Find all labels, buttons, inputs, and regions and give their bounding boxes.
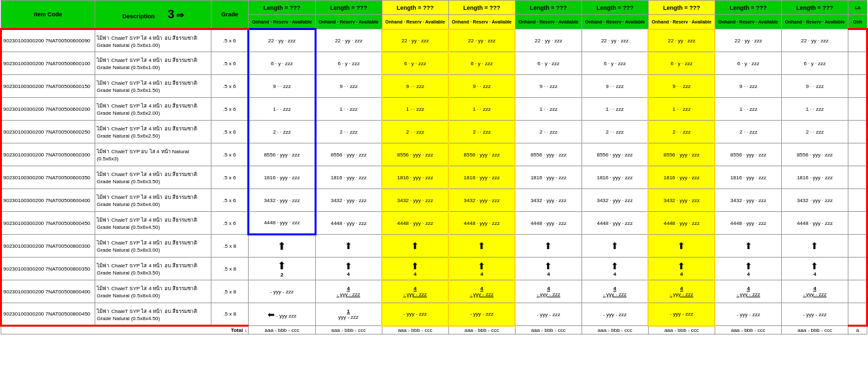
data-cell: 4- yyy - zzz — [715, 280, 781, 303]
data-cell — [848, 280, 867, 303]
data-cell: ⬆4 — [648, 258, 715, 280]
data-cell: 4448 · yyy · zzz — [315, 212, 382, 235]
sub-header-2: Onhand · Reserv · Available — [382, 15, 448, 29]
data-cell — [848, 258, 867, 280]
length-header-7: Length = ??? — [715, 1, 781, 15]
footer-val-2: aaa - bbb - ccc — [382, 326, 448, 334]
data-cell: 3432 · yyy · zzz — [448, 189, 515, 212]
data-cell: 9 · · zzz — [648, 75, 715, 98]
data-cell: 1816 · yyy · zzz — [515, 166, 581, 189]
item-code-cell: 90230100300200 7NAT00500600090 — [1, 29, 95, 52]
item-code-cell: 90230100300200 7NAT00500800400 — [1, 280, 95, 303]
data-cell: 2 · · zzz — [515, 121, 581, 143]
grade-cell: .5 x 6 — [211, 143, 249, 166]
data-cell: 1yyy - zzz — [315, 303, 382, 326]
data-cell: 6 · y · zzz — [648, 52, 715, 75]
data-cell: 1 · · zzz — [448, 98, 515, 121]
table-row: 90230100300200 7NAT00500600200ไม้ฟา Chal… — [1, 98, 867, 121]
data-cell: 8556 · yyy · zzz — [249, 143, 315, 166]
data-cell: 4448 · yyy · zzz — [781, 212, 848, 235]
data-cell: 1 · · zzz — [315, 98, 382, 121]
table-row: 90230100300200 7NAT00500600300ไม้ฟา Chal… — [1, 143, 867, 166]
grade-header: Grade — [211, 1, 249, 29]
length-header-3: Length = ??? — [448, 1, 515, 15]
footer-val-6: aaa - bbb - ccc — [648, 326, 715, 334]
data-cell: ⬆4 — [382, 258, 448, 280]
data-cell: 1816 · yyy · zzz — [448, 166, 515, 189]
data-cell: 4448 · yyy · zzz — [515, 212, 581, 235]
data-cell: 6 · y · zzz — [382, 52, 448, 75]
data-cell: 3432 · yyy · zzz — [249, 189, 315, 212]
data-cell — [848, 212, 867, 235]
data-cell — [848, 235, 867, 258]
grade-cell: .5 x 8 — [211, 258, 249, 280]
data-cell: 9 · · zzz — [515, 75, 581, 98]
data-cell: 1 · · zzz — [648, 98, 715, 121]
data-cell: 2 · · zzz — [249, 121, 315, 143]
data-cell: ⬆4 — [515, 258, 581, 280]
data-cell: 8556 · yyy · zzz — [315, 143, 382, 166]
data-cell: - yyy - zzz — [515, 303, 581, 326]
data-cell: ⬆4 — [581, 258, 648, 280]
data-cell: 8556 · yyy · zzz — [715, 143, 781, 166]
desc-cell: ไม้ฟา ChaleT SYP ไส 4 หน้า อบ สีธรรมชาติ… — [95, 29, 211, 52]
sub-header-4: Onhand · Reserv · Available — [515, 15, 581, 29]
data-cell: ⬆ — [249, 235, 315, 258]
data-cell: 6 · y · zzz — [448, 52, 515, 75]
length-header-9: La — [848, 1, 867, 15]
length-header-5: Length = ??? — [581, 1, 648, 15]
data-cell: ⬆ — [715, 235, 781, 258]
grade-cell: .5 x 6 — [211, 212, 249, 235]
data-cell: ⬆ — [781, 235, 848, 258]
table-row: 90230100300200 7NAT00500600150ไม้ฟา Chal… — [1, 75, 867, 98]
data-cell: - yyy - zzz — [581, 303, 648, 326]
data-cell: 2 · · zzz — [382, 121, 448, 143]
data-cell — [848, 166, 867, 189]
data-cell: 1816 · yyy · zzz — [781, 166, 848, 189]
description-header: Description 3 ⇒ — [95, 1, 211, 29]
data-cell: 1816 · yyy · zzz — [315, 166, 382, 189]
data-cell: 4- yyy - zzz — [448, 280, 515, 303]
data-cell: 22 · yy · zzz — [249, 29, 315, 52]
desc-cell: ไม้ฟา ChaleT SYP ไส 4 หน้า อบ สีธรรมชาติ… — [95, 303, 211, 326]
data-cell: 9 · · zzz — [315, 75, 382, 98]
inventory-table: Item Code Description 3 ⇒ Grade Length =… — [0, 0, 868, 334]
data-cell: 1 · · zzz — [581, 98, 648, 121]
data-cell: 3432 · yyy · zzz — [581, 189, 648, 212]
data-cell: ⬆4 — [781, 258, 848, 280]
sub-header-3: Onhand · Reserv · Available — [448, 15, 515, 29]
item-code-cell: 90230100300200 7NAT00500600350 — [1, 166, 95, 189]
data-cell: 2 · · zzz — [448, 121, 515, 143]
data-cell — [848, 29, 867, 52]
data-cell: 6 · y · zzz — [715, 52, 781, 75]
data-cell: ⬆ — [581, 235, 648, 258]
item-code-cell: 90230100300200 7NAT00500800300 — [1, 235, 95, 258]
footer-val-1: aaa - bbb - ccc — [315, 326, 382, 334]
data-cell: ⬆ — [648, 235, 715, 258]
data-cell: 9 · · zzz — [581, 75, 648, 98]
length-header-4: Length = ??? — [515, 1, 581, 15]
data-cell: 8556 · yyy · zzz — [781, 143, 848, 166]
data-cell: 3432 · yyy · zzz — [648, 189, 715, 212]
data-cell: 3432 · yyy · zzz — [715, 189, 781, 212]
data-cell: 1 · · zzz — [515, 98, 581, 121]
data-cell: 9 · · zzz — [781, 75, 848, 98]
data-cell: ⬆ — [382, 235, 448, 258]
footer-val-7: aaa - bbb - ccc — [715, 326, 781, 334]
data-cell: 8556 · yyy · zzz — [515, 143, 581, 166]
data-cell: 4- yyy - zzz — [781, 280, 848, 303]
data-cell: 3432 · yyy · zzz — [515, 189, 581, 212]
data-cell: - yyy - zzz — [781, 303, 848, 326]
data-cell: 4448 · yyy · zzz — [382, 212, 448, 235]
data-cell: 9 · · zzz — [715, 75, 781, 98]
footer-val-8: aaa - bbb - ccc — [781, 326, 848, 334]
data-cell: - yyy - zzz — [715, 303, 781, 326]
data-cell: 4448 · yyy · zzz — [715, 212, 781, 235]
data-cell: 4448 · yyy · zzz — [581, 212, 648, 235]
data-cell: 6 · y · zzz — [315, 52, 382, 75]
length-header-0: Length = ??? — [249, 1, 315, 15]
data-cell: ⬆4 — [715, 258, 781, 280]
data-cell — [848, 75, 867, 98]
data-cell: 9 · · zzz — [382, 75, 448, 98]
grade-cell: .5 x 6 — [211, 29, 249, 52]
